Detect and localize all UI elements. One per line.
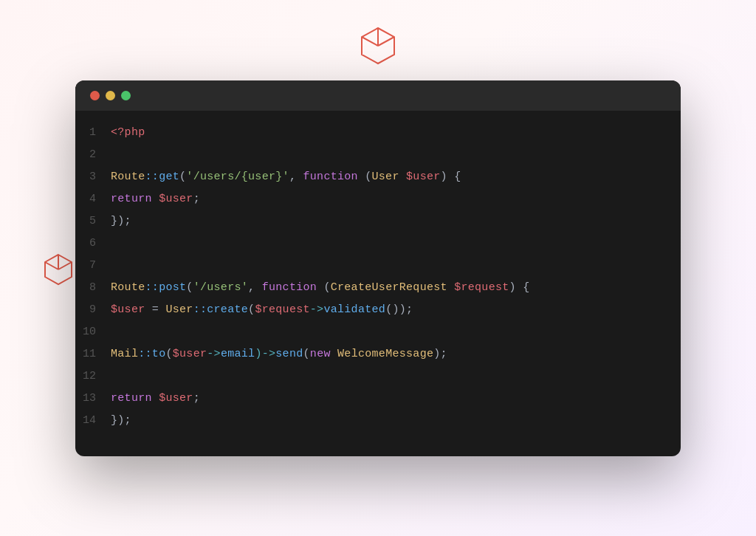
code-line: 5}); (75, 214, 681, 236)
token: -> (207, 348, 221, 360)
code-body: 1<?php23Route::get('/users/{user}', func… (75, 111, 681, 456)
line-content: <?php (111, 126, 145, 139)
token: $request (454, 281, 509, 294)
token (447, 281, 454, 294)
line-number: 4 (75, 193, 111, 205)
title-bar (75, 80, 681, 111)
svg-line-6 (45, 262, 58, 269)
token: Route (111, 171, 145, 183)
token: ( (358, 171, 372, 183)
code-line: 4 return $user; (75, 192, 681, 214)
token: ; (193, 392, 200, 405)
token: get (159, 171, 179, 183)
token: User (372, 171, 399, 183)
line-number: 9 (75, 303, 111, 316)
token: }); (111, 215, 131, 227)
token: email (221, 348, 255, 360)
code-line: 7 (75, 258, 681, 281)
minimize-dot[interactable] (106, 91, 115, 100)
token (152, 392, 159, 405)
line-number: 10 (75, 326, 111, 338)
token: '/users/{user}' (186, 171, 289, 183)
token: <?php (111, 126, 145, 139)
line-number: 8 (75, 281, 111, 294)
token: WelcomeMessage (337, 348, 433, 360)
token: ( (186, 281, 193, 294)
code-line: 13 return $user; (75, 391, 681, 413)
close-dot[interactable] (90, 91, 100, 100)
token: function (303, 171, 357, 183)
code-line: 8Route::post('/users', function (CreateU… (75, 281, 681, 303)
token: $user (111, 303, 145, 316)
token: create (207, 303, 248, 316)
line-content: Route::post('/users', function (CreateUs… (111, 281, 529, 294)
code-line: 10 (75, 325, 681, 347)
token (152, 193, 159, 205)
line-number: 13 (75, 392, 111, 405)
token: ( (179, 171, 186, 183)
line-content: $user = User::create($request->validated… (111, 303, 413, 316)
token: return (111, 193, 152, 205)
token: return (111, 392, 152, 405)
token: ( (303, 348, 310, 360)
token: to (152, 348, 166, 360)
cube-left-icon (41, 250, 76, 286)
token: ; (193, 193, 200, 205)
maximize-dot[interactable] (121, 91, 131, 100)
line-content: return $user; (111, 193, 200, 205)
token: Route (111, 281, 145, 294)
token: new (310, 348, 331, 360)
line-number: 6 (75, 237, 111, 250)
line-content: return $user; (111, 392, 200, 405)
code-line: 14}); (75, 413, 681, 436)
token: ) { (441, 171, 461, 183)
token: ); (433, 348, 447, 360)
line-number: 5 (75, 215, 111, 227)
code-line: 12 (75, 369, 681, 391)
line-number: 12 (75, 370, 111, 382)
svg-line-2 (362, 37, 378, 46)
token: function (262, 281, 317, 294)
line-number: 14 (75, 414, 111, 427)
code-line: 2 (75, 148, 681, 170)
line-content: Mail::to($user->email)->send(new Welcome… (111, 348, 447, 360)
token: :: (193, 303, 207, 316)
token: :: (145, 281, 159, 294)
code-line: 9 $user = User::create($request->validat… (75, 303, 681, 325)
token: ( (248, 303, 255, 316)
token: ) { (509, 281, 530, 294)
line-number: 7 (75, 259, 111, 272)
token: $user (406, 171, 441, 183)
line-content: }); (111, 215, 131, 227)
token (331, 348, 337, 360)
cube-top-icon (356, 22, 400, 66)
token: -> (310, 303, 324, 316)
token: Mail (111, 348, 138, 360)
token: ()); (385, 303, 413, 316)
token: ( (165, 348, 172, 360)
code-line: 3Route::get('/users/{user}', function (U… (75, 170, 681, 192)
token: $request (255, 303, 309, 316)
line-number: 11 (75, 348, 111, 360)
token: = (145, 303, 166, 316)
token: validated (323, 303, 385, 316)
token: }); (111, 414, 131, 427)
code-window: 1<?php23Route::get('/users/{user}', func… (75, 80, 681, 456)
line-number: 2 (75, 148, 111, 161)
token: :: (145, 171, 159, 183)
line-content: Route::get('/users/{user}', function (Us… (111, 171, 461, 183)
code-line: 1<?php (75, 126, 681, 148)
token (399, 171, 406, 183)
token: $user (159, 392, 193, 405)
token: send (275, 348, 303, 360)
svg-line-7 (58, 262, 72, 269)
code-line: 11 Mail::to($user->email)->send(new Welc… (75, 347, 681, 369)
token: , (289, 171, 303, 183)
token: )-> (255, 348, 275, 360)
token: $user (159, 193, 193, 205)
line-content: }); (111, 414, 131, 427)
token: ( (317, 281, 331, 294)
token: post (159, 281, 186, 294)
token: CreateUserRequest (331, 281, 447, 294)
line-number: 1 (75, 126, 111, 139)
